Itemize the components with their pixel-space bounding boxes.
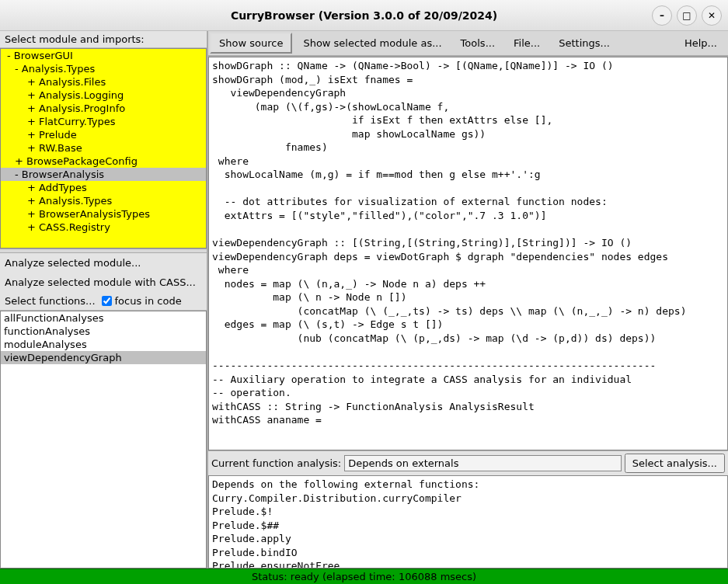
minimize-button[interactable]: – (652, 5, 672, 26)
focus-in-code-checkbox[interactable]: focus in code (102, 295, 182, 307)
source-code-view[interactable]: showDGraph :: QName -> (QName->Bool) -> … (208, 57, 728, 450)
show-module-as-menu[interactable]: Show selected module as... (294, 33, 451, 54)
tools-menu[interactable]: Tools... (451, 33, 504, 54)
file-menu[interactable]: File... (504, 33, 549, 54)
status-bar: Status: ready (elapsed time: 106088 msec… (0, 568, 728, 584)
module-tree-item[interactable]: + Analysis.ProgInfo (1, 102, 206, 115)
current-analysis-field[interactable] (344, 455, 622, 471)
module-tree-label: Select module and imports: (0, 31, 207, 48)
module-tree-item[interactable]: + BrowserAnalysisTypes (1, 207, 206, 221)
module-tree-item[interactable]: + Analysis.Logging (1, 89, 206, 102)
function-list[interactable]: allFunctionAnalysesfunctionAnalysesmodul… (0, 311, 207, 568)
module-tree-item[interactable]: + AddTypes (1, 181, 206, 194)
select-functions-button[interactable]: Select functions... (5, 295, 96, 307)
analyze-module-button[interactable]: Analyze selected module... (0, 253, 207, 273)
module-tree[interactable]: - BrowserGUI- Analysis.Types+ Analysis.F… (0, 48, 207, 249)
module-tree-item[interactable]: + RW.Base (1, 141, 206, 155)
analyze-module-cass-button[interactable]: Analyze selected module with CASS... (0, 273, 207, 292)
module-tree-item[interactable]: + Analysis.Files (1, 75, 206, 89)
focus-in-code-input[interactable] (102, 296, 112, 306)
menubar: Show source Show selected module as... T… (208, 31, 728, 57)
module-tree-item[interactable]: + CASS.Registry (1, 221, 206, 234)
settings-menu[interactable]: Settings... (549, 33, 619, 54)
close-button[interactable]: ✕ (702, 5, 722, 26)
maximize-button[interactable]: □ (677, 5, 697, 26)
module-tree-item[interactable]: - BrowserAnalysis (1, 168, 206, 181)
module-tree-item[interactable]: - BrowserGUI (1, 49, 206, 62)
function-list-item[interactable]: moduleAnalyses (1, 338, 206, 351)
function-list-item[interactable]: viewDependencyGraph (1, 351, 206, 364)
module-tree-item[interactable]: - Analysis.Types (1, 62, 206, 75)
window-title: CurryBrowser (Version 3.0.0 of 20/09/202… (231, 9, 497, 22)
select-analysis-button[interactable]: Select analysis... (625, 454, 725, 473)
function-list-item[interactable]: allFunctionAnalyses (1, 311, 206, 325)
show-source-button[interactable]: Show source (210, 33, 292, 54)
module-tree-item[interactable]: + Prelude (1, 128, 206, 141)
window-titlebar: CurryBrowser (Version 3.0.0 of 20/09/202… (0, 0, 728, 31)
analysis-output[interactable]: Depends on the following external functi… (208, 475, 728, 568)
function-list-item[interactable]: functionAnalyses (1, 325, 206, 338)
current-analysis-label: Current function analysis: (211, 457, 341, 469)
module-tree-item[interactable]: + Analysis.Types (1, 194, 206, 207)
module-tree-item[interactable]: + FlatCurry.Types (1, 115, 206, 128)
module-tree-item[interactable]: + BrowsePackageConfig (1, 155, 206, 168)
help-menu[interactable]: Help... (675, 33, 726, 54)
